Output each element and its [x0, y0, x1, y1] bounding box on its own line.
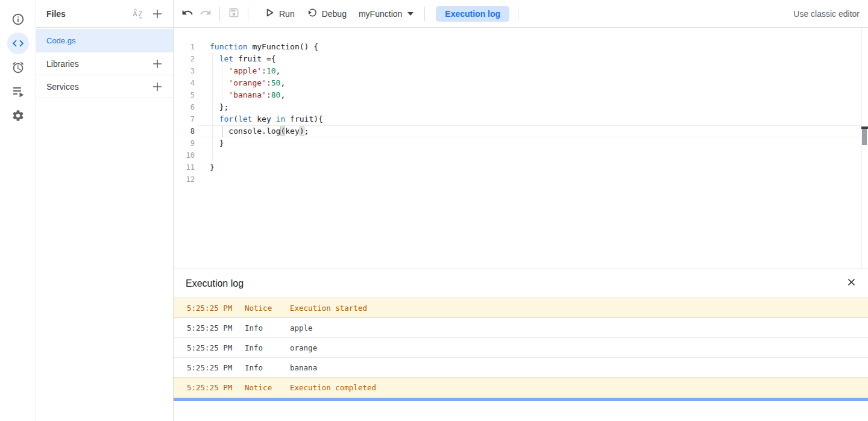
- run-icon: [264, 7, 275, 20]
- sort-files-button[interactable]: AZ: [131, 7, 145, 21]
- toolbar-divider: [248, 7, 248, 21]
- indent-guide: [212, 77, 213, 89]
- code-text: 'apple':10,: [198, 65, 861, 77]
- log-timestamp: 5:25:25 PM: [187, 343, 245, 352]
- file-item-code-gs[interactable]: Code.gs: [36, 29, 173, 52]
- log-row: 5:25:25 PMInfoapple: [174, 318, 868, 338]
- code-line-11[interactable]: 11}: [174, 161, 868, 173]
- clock-icon: [11, 61, 25, 74]
- code-text: }: [198, 161, 861, 173]
- close-execution-log-button[interactable]: [844, 276, 858, 291]
- line-number: 11: [174, 161, 198, 173]
- line-number: 2: [174, 53, 198, 65]
- scrollbar-thumb[interactable]: [862, 129, 867, 145]
- log-type: Notice: [245, 383, 290, 392]
- files-panel: Files AZ Code.gs Libraries Services: [36, 0, 174, 421]
- code-line-7[interactable]: 7 for(let key in fruit){: [174, 113, 868, 125]
- add-file-button[interactable]: [150, 7, 165, 21]
- code-line-5[interactable]: 5 'banana':80,: [174, 89, 868, 101]
- log-type: Info: [245, 323, 290, 332]
- settings-rail-item[interactable]: [7, 105, 29, 126]
- apps-script-editor: Files AZ Code.gs Libraries Services: [0, 0, 868, 421]
- code-icon: [11, 37, 25, 50]
- editor-rail-item[interactable]: [7, 33, 29, 54]
- execution-log-title: Execution log: [186, 278, 844, 289]
- code-line-1[interactable]: 1function myFunction() {: [174, 41, 868, 53]
- services-section: Services: [36, 75, 173, 98]
- log-timestamp: 5:25:25 PM: [187, 363, 245, 372]
- line-number: 9: [174, 137, 198, 149]
- toolbar-divider: [219, 7, 220, 21]
- code-text: };: [198, 101, 861, 113]
- save-icon: [228, 7, 240, 21]
- code-line-8[interactable]: 8 console.log(key);: [174, 125, 868, 137]
- code-text: 'banana':80,: [198, 89, 861, 101]
- redo-button[interactable]: [198, 6, 213, 22]
- code-line-3[interactable]: 3 'apple':10,: [174, 65, 868, 77]
- log-message: banana: [290, 363, 868, 372]
- add-service-button[interactable]: [150, 80, 165, 94]
- line-number: 3: [174, 65, 198, 77]
- debug-button[interactable]: Debug: [301, 4, 353, 23]
- code-text: 'orange':50,: [198, 77, 861, 89]
- code-line-4[interactable]: 4 'orange':50,: [174, 77, 868, 89]
- use-classic-editor-link[interactable]: Use classic editor: [793, 9, 860, 19]
- editor-toolbar: Run Debug myFunction Execution log Use c…: [174, 0, 868, 28]
- indent-guide: [212, 65, 213, 77]
- editor-scrollbar[interactable]: [861, 28, 868, 269]
- active-indent-guide: [222, 126, 222, 137]
- log-message: Execution started: [290, 304, 868, 313]
- log-timestamp: 5:25:25 PM: [187, 383, 245, 392]
- function-selector[interactable]: myFunction: [353, 4, 420, 23]
- indent-guide: [212, 53, 213, 65]
- triggers-rail-item[interactable]: [7, 57, 29, 78]
- indent-guide: [212, 149, 213, 161]
- function-selector-value: myFunction: [359, 9, 402, 19]
- log-resize-bar[interactable]: [174, 398, 868, 401]
- executions-rail-item[interactable]: [7, 81, 29, 102]
- code-line-2[interactable]: 2 let fruit ={: [174, 53, 868, 65]
- plus-icon: [151, 58, 163, 70]
- code-text: }: [198, 137, 861, 149]
- indent-guide: [212, 113, 213, 125]
- overview-rail-item[interactable]: [7, 8, 29, 30]
- log-row: 5:25:25 PMInfobanana: [174, 358, 868, 378]
- undo-button[interactable]: [180, 6, 195, 22]
- svg-text:Z: Z: [139, 10, 143, 17]
- log-message: orange: [290, 343, 868, 352]
- undo-icon: [181, 7, 193, 21]
- line-number: 5: [174, 89, 198, 101]
- run-button[interactable]: Run: [258, 4, 301, 23]
- add-library-button[interactable]: [150, 57, 165, 71]
- code-line-12[interactable]: 12: [174, 173, 868, 186]
- indent-guide: [212, 89, 213, 101]
- code-line-10[interactable]: 10: [174, 149, 868, 161]
- libraries-section: Libraries: [36, 52, 173, 75]
- debug-label: Debug: [322, 9, 347, 19]
- code-line-6[interactable]: 6 };: [174, 101, 868, 113]
- redo-icon: [200, 7, 212, 21]
- log-type: Info: [245, 363, 290, 372]
- gear-icon: [11, 109, 25, 122]
- code-text: function myFunction() {: [198, 41, 861, 53]
- log-timestamp: 5:25:25 PM: [187, 304, 245, 313]
- line-number: 7: [174, 113, 198, 125]
- line-number: 10: [174, 149, 198, 161]
- code-text: [198, 149, 861, 161]
- save-button[interactable]: [226, 6, 242, 22]
- executions-icon: [11, 85, 25, 98]
- left-icon-rail: [0, 0, 36, 421]
- toolbar-divider: [424, 7, 425, 21]
- line-number: 6: [174, 101, 198, 113]
- code-text: let fruit ={: [198, 53, 861, 65]
- code-editor[interactable]: 1function myFunction() {2 let fruit ={3 …: [174, 28, 868, 269]
- indent-guide: [222, 77, 222, 89]
- close-icon: [846, 276, 857, 290]
- line-number: 8: [174, 125, 198, 137]
- execution-log-button[interactable]: Execution log: [436, 6, 509, 22]
- code-line-9[interactable]: 9 }: [174, 137, 868, 149]
- libraries-label: Libraries: [46, 59, 150, 69]
- log-message: apple: [290, 323, 868, 332]
- services-label: Services: [46, 82, 150, 92]
- line-number: 4: [174, 77, 198, 89]
